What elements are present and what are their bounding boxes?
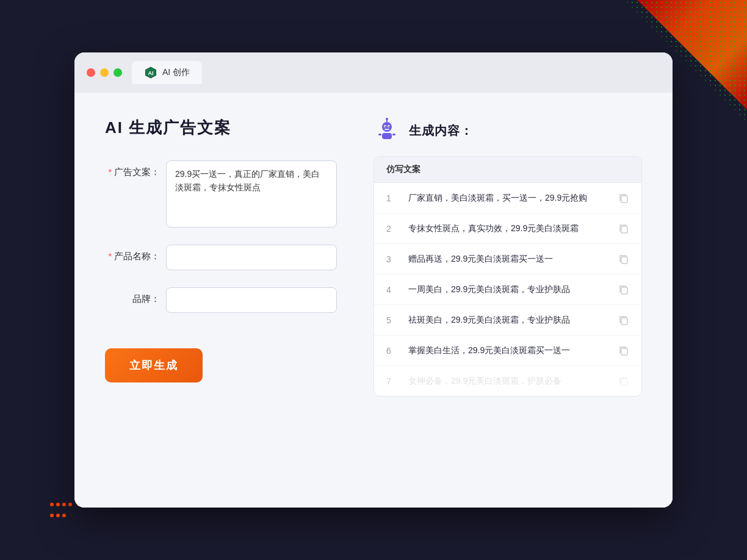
- title-bar: AI AI 创作: [74, 52, 673, 93]
- close-button[interactable]: [87, 68, 95, 77]
- result-row-3: 3 赠品再送，29.9元美白淡斑霜买一送一: [374, 244, 641, 275]
- svg-rect-15: [621, 257, 627, 264]
- ai-tab-icon: AI: [144, 66, 157, 79]
- ad-copy-required-star: *: [108, 167, 112, 177]
- robot-icon: [374, 117, 400, 144]
- svg-rect-12: [392, 134, 395, 135]
- svg-rect-13: [621, 196, 627, 203]
- product-name-input[interactable]: 美白淡斑霜: [166, 245, 337, 270]
- tab-label: AI 创作: [162, 67, 190, 78]
- ad-copy-label: *广告文案：: [105, 160, 160, 178]
- row-text-4: 一周美白，29.9元美白淡斑霜，专业护肤品: [408, 283, 608, 296]
- row-text-7: 女神必备，29.9元美白淡斑霜，护肤必备: [408, 375, 608, 387]
- result-table: 仿写文案 1 厂家直销，美白淡斑霜，买一送一，29.9元抢购 2 专抹女性斑点，…: [374, 156, 642, 397]
- browser-window: AI AI 创作 AI 生成广告文案 *广告文案： 29.9买一送一，真正的厂家…: [74, 52, 673, 508]
- generate-button[interactable]: 立即生成: [105, 348, 203, 382]
- minimize-button[interactable]: [100, 68, 109, 77]
- row-text-5: 祛斑美白，29.9元美白淡斑霜，专业护肤品: [408, 314, 608, 326]
- svg-rect-17: [621, 318, 627, 325]
- row-number-3: 3: [386, 254, 399, 264]
- result-header: 生成内容：: [374, 117, 642, 144]
- ad-copy-group: *广告文案： 29.9买一送一，真正的厂家直销，美白淡斑霜，专抹女性斑点: [105, 160, 337, 228]
- svg-point-2: [382, 122, 392, 132]
- copy-icon-1[interactable]: [618, 193, 629, 204]
- svg-point-8: [389, 126, 390, 127]
- content-area: AI 生成广告文案 *广告文案： 29.9买一送一，真正的厂家直销，美白淡斑霜，…: [74, 93, 673, 508]
- right-panel: 生成内容： 仿写文案 1 厂家直销，美白淡斑霜，买一送一，29.9元抢购 2 专…: [374, 117, 642, 483]
- brand-label: 品牌：: [105, 287, 160, 305]
- svg-rect-16: [621, 287, 627, 294]
- product-name-group: *产品名称： 美白淡斑霜: [105, 245, 337, 270]
- svg-point-4: [386, 118, 388, 120]
- result-row-6: 6 掌握美白生活，29.9元美白淡斑霜买一送一: [374, 336, 641, 366]
- svg-point-7: [385, 126, 386, 127]
- result-title: 生成内容：: [409, 123, 473, 139]
- result-row-7: 7 女神必备，29.9元美白淡斑霜，护肤必备: [374, 366, 641, 396]
- svg-rect-18: [621, 348, 627, 355]
- row-number-2: 2: [386, 224, 399, 234]
- row-text-3: 赠品再送，29.9元美白淡斑霜买一送一: [408, 253, 608, 265]
- svg-rect-11: [378, 134, 381, 135]
- copy-icon-6[interactable]: [618, 345, 629, 356]
- traffic-lights: [87, 68, 122, 77]
- result-row-5: 5 祛斑美白，29.9元美白淡斑霜，专业护肤品: [374, 305, 641, 336]
- svg-text:AI: AI: [148, 70, 154, 76]
- copy-icon-2[interactable]: [618, 223, 629, 234]
- row-number-6: 6: [386, 346, 399, 356]
- ai-tab[interactable]: AI AI 创作: [132, 61, 202, 84]
- result-row-1: 1 厂家直销，美白淡斑霜，买一送一，29.9元抢购: [374, 183, 641, 214]
- svg-rect-10: [382, 133, 392, 139]
- result-row-2: 2 专抹女性斑点，真实功效，29.9元美白淡斑霜: [374, 214, 641, 244]
- product-name-required-star: *: [108, 251, 112, 261]
- result-row-4: 4 一周美白，29.9元美白淡斑霜，专业护肤品: [374, 275, 641, 305]
- row-number-1: 1: [386, 193, 399, 203]
- row-text-6: 掌握美白生活，29.9元美白淡斑霜买一送一: [408, 344, 608, 357]
- copy-icon-5[interactable]: [618, 315, 629, 326]
- copy-icon-3[interactable]: [618, 254, 629, 265]
- brand-group: 品牌： 好白: [105, 287, 337, 313]
- page-title: AI 生成广告文案: [105, 117, 337, 138]
- row-number-5: 5: [386, 315, 399, 325]
- left-panel: AI 生成广告文案 *广告文案： 29.9买一送一，真正的厂家直销，美白淡斑霜，…: [105, 117, 337, 483]
- row-number-7: 7: [386, 376, 399, 386]
- row-text-2: 专抹女性斑点，真实功效，29.9元美白淡斑霜: [408, 222, 608, 235]
- svg-rect-19: [621, 379, 627, 386]
- copy-icon-4[interactable]: [618, 284, 629, 295]
- brand-input[interactable]: 好白: [166, 287, 337, 313]
- row-text-1: 厂家直销，美白淡斑霜，买一送一，29.9元抢购: [408, 192, 608, 204]
- product-name-label: *产品名称：: [105, 245, 160, 262]
- copy-icon-7[interactable]: [618, 376, 629, 387]
- svg-rect-9: [384, 129, 389, 130]
- row-number-4: 4: [386, 285, 399, 295]
- table-header: 仿写文案: [374, 157, 641, 183]
- maximize-button[interactable]: [114, 68, 122, 77]
- svg-rect-14: [621, 226, 627, 233]
- ad-copy-input[interactable]: 29.9买一送一，真正的厂家直销，美白淡斑霜，专抹女性斑点: [166, 160, 337, 228]
